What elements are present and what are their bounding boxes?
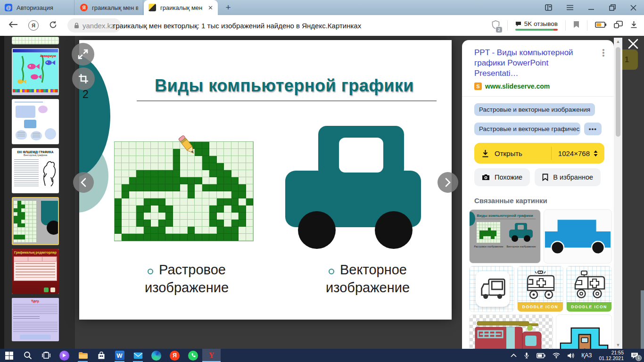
thumb-horse-slide[interactable]: ЕКІ ӨЛШЕМДІ ГРАФИКА Векторлық графика xyxy=(12,148,59,193)
related-image-doodle-truck[interactable] xyxy=(469,266,514,312)
volume-icon[interactable] xyxy=(567,353,574,359)
download-icon xyxy=(482,149,489,157)
image-viewer-overlay: Аквариум xyxy=(0,36,644,349)
yandex-app-icon[interactable]: Я xyxy=(165,349,184,362)
vector-car-wheel-left xyxy=(298,211,336,249)
mail-icon[interactable] xyxy=(129,349,147,362)
thumb-aquarium[interactable]: Аквариум xyxy=(12,48,59,95)
action-center-icon[interactable]: 1 xyxy=(631,352,638,359)
tray-expand-icon[interactable] xyxy=(511,354,517,357)
add-to-favorites-button[interactable]: В избранное xyxy=(535,168,601,186)
thumb-vector-lesson[interactable] xyxy=(12,99,59,144)
close-button[interactable] xyxy=(623,0,644,15)
thumb-editors-slide[interactable]: Графикалық редакторлар xyxy=(12,249,59,294)
sidebar-panel-icon[interactable] xyxy=(538,0,559,15)
tab-title: граикалық мен векторлы xyxy=(92,4,138,11)
page-scrollbar-fragment xyxy=(641,290,644,349)
next-image-button[interactable] xyxy=(438,172,458,193)
thumb-grid-partial[interactable] xyxy=(12,37,59,44)
raster-grid xyxy=(114,141,254,241)
language-indicator[interactable]: ҚАЗ xyxy=(581,352,592,359)
whatsapp-icon[interactable] xyxy=(184,349,202,362)
search-button[interactable] xyxy=(18,349,37,362)
site-url[interactable]: www.slideserve.com xyxy=(485,82,550,90)
tab-authorization[interactable]: @ Авторизация xyxy=(0,0,74,15)
result-title-link[interactable]: PPT - Виды компьютерной графики PowerPoi… xyxy=(474,48,594,79)
similar-images-button[interactable]: Похожие xyxy=(474,168,530,186)
previous-image-button[interactable] xyxy=(73,172,94,193)
bullet-icon xyxy=(148,269,153,274)
editors-table xyxy=(14,256,57,281)
url-field[interactable]: yandex.kz xyxy=(67,18,121,33)
vector-car-window xyxy=(339,138,383,173)
battery-icon[interactable] xyxy=(537,353,545,358)
tab-close-icon[interactable]: ✕ xyxy=(208,4,213,11)
scrollbar-thumb[interactable] xyxy=(616,47,620,137)
battery-saver-icon[interactable] xyxy=(595,21,606,30)
thumb-formula-slide[interactable]: Үдеу. xyxy=(12,298,59,341)
reviews-label: 5K отзывов xyxy=(524,20,558,27)
open-image-bar[interactable]: Открыть 1024×768 xyxy=(474,143,604,164)
reviews-widget[interactable]: 5K отзывов xyxy=(515,20,558,31)
related-image-ambulance-2[interactable]: DOODLE ICON xyxy=(566,266,612,312)
file-explorer-icon[interactable] xyxy=(74,349,92,362)
resolution-arrows-icon xyxy=(594,150,598,156)
ambulance-art xyxy=(571,270,609,302)
alice-assistant-icon[interactable] xyxy=(55,349,74,362)
more-chips-button[interactable]: ••• xyxy=(584,123,602,135)
crop-button[interactable] xyxy=(72,67,95,90)
close-viewer-icon[interactable] xyxy=(628,39,638,49)
minimize-button[interactable] xyxy=(580,0,602,15)
panel-scrollbar[interactable]: ▲ ▼ xyxy=(614,38,622,349)
yandex-home-icon[interactable]: Я xyxy=(28,20,39,31)
browser-menu-icon[interactable] xyxy=(559,0,580,15)
query-chip[interactable]: Растровые и векторные изображения xyxy=(474,103,595,116)
blue-car-art xyxy=(544,210,611,263)
scroll-down-icon[interactable]: ▼ xyxy=(614,341,622,349)
vector-label: Векторное изображение xyxy=(297,261,438,296)
fullscreen-button[interactable] xyxy=(72,43,94,66)
yandex-browser-icon[interactable]: Y xyxy=(202,349,221,362)
aquarium-fish-art xyxy=(13,52,58,89)
bookmark-icon[interactable] xyxy=(573,21,579,30)
thumbnail-column: Аквариум xyxy=(4,36,75,349)
open-button[interactable]: Открыть xyxy=(474,149,551,157)
start-button[interactable] xyxy=(0,349,18,362)
yandex-icon: Я xyxy=(80,4,88,11)
protect-shield-icon[interactable]: 2 xyxy=(492,20,500,31)
microphone-icon[interactable] xyxy=(524,352,529,359)
paint-window-titlebar xyxy=(13,49,58,52)
wifi-icon[interactable] xyxy=(553,353,560,358)
edge-icon[interactable] xyxy=(147,349,165,362)
word-icon[interactable]: W xyxy=(110,349,129,362)
back-icon[interactable] xyxy=(8,21,18,30)
main-image-slide[interactable]: 2 Виды компьютерной графики Растровое из… xyxy=(79,40,452,320)
image-favicon-icon xyxy=(149,4,156,11)
tab-search-results[interactable]: Я граикалық мен векторлы xyxy=(75,0,143,15)
doodle-banner: DOODLE ICON xyxy=(567,302,611,312)
thumb-current-selected[interactable] xyxy=(12,197,59,245)
query-chip[interactable]: Растровые и векторные графичес… xyxy=(474,123,580,135)
mail-at-icon: @ xyxy=(5,4,12,11)
tray-date: 01.12.2021 xyxy=(599,355,624,361)
related-image-cyan-truck[interactable] xyxy=(556,314,612,349)
related-image-firetruck[interactable] xyxy=(469,314,553,349)
new-tab-button[interactable]: + xyxy=(222,1,235,14)
downloads-icon[interactable] xyxy=(630,21,637,30)
related-image-slide[interactable]: Виды компьютерной графики xyxy=(469,209,541,263)
resolution-selector[interactable]: 1024×768 xyxy=(552,149,604,157)
restore-button[interactable] xyxy=(602,0,623,15)
more-options-icon[interactable]: ••• xyxy=(601,49,606,57)
tab-image-viewer-active[interactable]: граикалық мен векторл ✕ xyxy=(144,0,218,15)
scroll-up-icon[interactable]: ▲ xyxy=(614,38,622,45)
address-bar: Я yandex.kz граикалық мен векторлық: 1 т… xyxy=(0,15,644,36)
related-image-blue-car[interactable] xyxy=(544,209,612,263)
microsoft-store-icon[interactable] xyxy=(92,349,110,362)
task-view-button[interactable] xyxy=(37,349,55,362)
related-image-ambulance-1[interactable]: DOODLE ICON xyxy=(517,266,563,312)
image-info-panel: PPT - Виды компьютерной графики PowerPoi… xyxy=(462,40,614,349)
extensions-icon[interactable] xyxy=(614,21,623,30)
clock[interactable]: 21:55 01.12.2021 xyxy=(599,350,624,361)
refresh-icon[interactable] xyxy=(49,21,57,31)
vector-car-wheel-right xyxy=(375,211,413,249)
